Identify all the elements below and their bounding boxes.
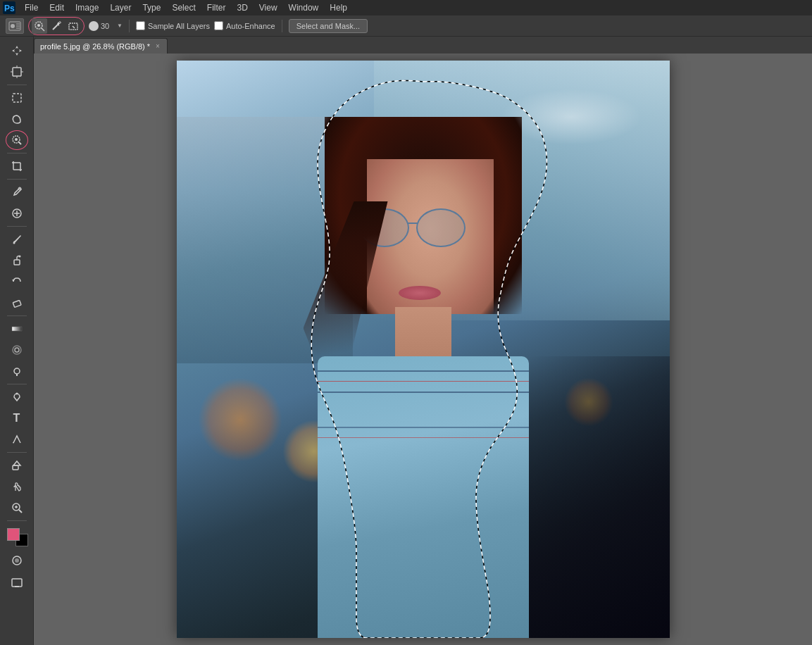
screen-mode-btn[interactable] — [6, 573, 28, 593]
brush-preview[interactable] — [89, 21, 99, 31]
svg-line-9 — [42, 28, 44, 31]
toolbar-divider-2 — [7, 153, 27, 154]
svg-line-25 — [18, 142, 21, 144]
tool-preset-picker[interactable] — [6, 18, 24, 34]
brush-size-value: 30 — [101, 22, 115, 30]
text-tool-btn[interactable]: T — [6, 408, 28, 428]
svg-point-8 — [37, 24, 40, 27]
svg-rect-54 — [12, 579, 22, 587]
svg-point-40 — [13, 346, 21, 354]
history-brush-btn[interactable] — [6, 272, 28, 292]
quick-selection-sidebar-btn[interactable] — [6, 130, 28, 150]
toolbar-divider-8 — [7, 520, 27, 521]
stripe-2 — [318, 381, 529, 382]
foreground-color-swatch[interactable] — [7, 528, 20, 541]
gradient-tool-btn[interactable] — [6, 319, 28, 339]
menu-type[interactable]: Type — [137, 1, 165, 14]
menu-window[interactable]: Window — [284, 1, 324, 14]
lasso-tool-btn[interactable] — [6, 109, 28, 129]
svg-rect-17 — [13, 68, 21, 76]
path-selection-btn[interactable] — [6, 430, 28, 449]
sample-all-layers-checkbox[interactable] — [136, 21, 145, 30]
menu-view[interactable]: View — [254, 1, 282, 14]
svg-point-44 — [15, 393, 18, 395]
clone-stamp-btn[interactable] — [6, 251, 28, 270]
quick-mask-btn[interactable] — [6, 551, 28, 570]
move-tool-btn[interactable] — [6, 41, 28, 61]
menu-help[interactable]: Help — [325, 1, 352, 14]
zoom-tool-btn[interactable] — [6, 498, 28, 518]
clothing-shape — [318, 356, 529, 638]
glasses-bridge — [408, 223, 418, 224]
auto-enhance-label[interactable]: Auto-Enhance — [214, 21, 275, 30]
photo-canvas: .ant-path { fill: none; stroke: #fff; st… — [177, 61, 670, 638]
marquee-tool-btn[interactable] — [6, 88, 28, 108]
svg-point-41 — [15, 348, 19, 352]
tab-close-button[interactable]: × — [154, 42, 161, 51]
neck-shape — [395, 307, 451, 363]
options-bar: 30 ▼ Sample All Layers Auto-Enhance Sele… — [0, 15, 812, 37]
menu-filter[interactable]: Filter — [202, 1, 231, 14]
stripe-1 — [318, 370, 529, 372]
canvas-area[interactable]: .ant-path { fill: none; stroke: #fff; st… — [34, 54, 812, 645]
menu-layer[interactable]: Layer — [105, 1, 136, 14]
eyedropper-tool-btn[interactable] — [6, 182, 28, 202]
hand-tool-btn[interactable] — [6, 477, 28, 496]
glasses-right-lens — [416, 208, 466, 247]
svg-marker-15 — [15, 46, 18, 56]
eraser-tool-btn[interactable] — [6, 293, 28, 313]
svg-point-53 — [15, 558, 19, 563]
menu-file[interactable]: File — [20, 1, 43, 14]
tab-bar: profile 5.jpg @ 26.8% (RGB/8) * × — [34, 37, 812, 54]
lips-shape — [399, 286, 441, 300]
stripe-5 — [318, 437, 529, 438]
object-selection-tool-btn[interactable] — [65, 18, 81, 34]
svg-point-3 — [11, 24, 15, 28]
options-divider-2 — [282, 20, 282, 32]
document-tab[interactable]: profile 5.jpg @ 26.8% (RGB/8) * × — [34, 38, 168, 54]
svg-point-34 — [13, 242, 15, 244]
brush-size-control[interactable]: 30 ▼ — [89, 21, 123, 31]
brush-tool-btn[interactable] — [6, 230, 28, 249]
svg-marker-47 — [13, 461, 20, 465]
blur-tool-btn[interactable] — [6, 340, 28, 360]
healing-tool-btn[interactable] — [6, 203, 28, 223]
artboard-tool-btn[interactable] — [6, 62, 28, 82]
toolbar-divider-4 — [7, 226, 27, 227]
pen-tool-btn[interactable] — [6, 387, 28, 407]
menu-select[interactable]: Select — [167, 1, 200, 14]
svg-rect-35 — [14, 260, 20, 265]
auto-enhance-checkbox[interactable] — [214, 21, 223, 30]
svg-rect-39 — [12, 327, 22, 331]
color-swatches[interactable] — [6, 527, 28, 546]
menu-3d[interactable]: 3D — [232, 1, 252, 14]
stripe-3 — [318, 392, 529, 393]
toolbar-divider-3 — [7, 179, 27, 180]
toolbar-divider-6 — [7, 384, 27, 384]
menu-edit[interactable]: Edit — [44, 1, 69, 14]
brush-dropdown-arrow[interactable]: ▼ — [117, 23, 123, 29]
person-figure — [289, 117, 557, 638]
svg-point-42 — [14, 368, 20, 374]
svg-rect-38 — [13, 300, 21, 307]
svg-line-10 — [53, 24, 58, 30]
crop-tool-btn[interactable] — [6, 156, 28, 176]
left-toolbar: T — [0, 37, 34, 645]
stripe-4 — [318, 427, 529, 428]
svg-marker-37 — [12, 280, 15, 282]
svg-line-49 — [19, 510, 22, 513]
bokeh-light-1 — [198, 377, 282, 462]
quick-selection-tool-btn[interactable] — [32, 18, 47, 34]
magic-wand-tool-btn[interactable] — [49, 18, 64, 34]
svg-rect-46 — [13, 465, 18, 470]
svg-text:Ps: Ps — [4, 4, 15, 13]
menu-image[interactable]: Image — [70, 1, 104, 14]
svg-point-36 — [18, 256, 20, 258]
svg-point-24 — [15, 138, 18, 141]
ps-logo: Ps — [3, 1, 15, 14]
sample-all-layers-label[interactable]: Sample All Layers — [136, 21, 210, 30]
select-and-mask-button[interactable]: Select and Mask... — [289, 19, 368, 33]
dodge-tool-btn[interactable] — [6, 361, 28, 381]
shapes-tool-btn[interactable] — [6, 456, 28, 475]
selection-tools-group — [28, 17, 85, 35]
